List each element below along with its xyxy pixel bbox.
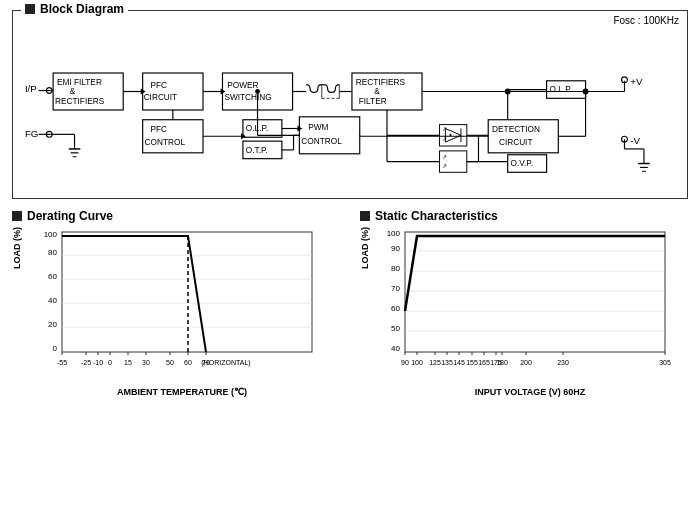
block-diagram-title: Block Diagram bbox=[21, 2, 128, 16]
derating-x-label: AMBIENT TEMPERATURE (℃) bbox=[24, 387, 340, 397]
svg-point-100 bbox=[255, 89, 260, 94]
svg-text:80: 80 bbox=[391, 264, 400, 273]
svg-text:&: & bbox=[70, 87, 76, 96]
svg-text:↗: ↗ bbox=[442, 154, 447, 160]
svg-text:+V: +V bbox=[630, 76, 643, 87]
svg-text:145: 145 bbox=[453, 359, 465, 366]
svg-text:50: 50 bbox=[391, 324, 400, 333]
svg-text:CIRCUIT: CIRCUIT bbox=[144, 93, 178, 102]
svg-text:PFC: PFC bbox=[150, 125, 167, 134]
static-y-label: LOAD (%) bbox=[360, 227, 370, 269]
svg-text:200: 200 bbox=[520, 359, 532, 366]
static-chart-svg: 40 50 60 70 80 90 100 bbox=[372, 227, 688, 382]
svg-text:↗: ↗ bbox=[442, 136, 447, 142]
svg-text:-55: -55 bbox=[57, 359, 67, 366]
derating-curve-section: Derating Curve LOAD (%) 0 20 40 60 80 10… bbox=[12, 209, 340, 397]
static-square bbox=[360, 211, 370, 221]
svg-text:135: 135 bbox=[441, 359, 453, 366]
derating-chart-area: 0 20 40 60 80 100 -55 bbox=[24, 227, 340, 397]
svg-text:↗: ↗ bbox=[442, 163, 447, 169]
static-title: Static Characteristics bbox=[375, 209, 498, 223]
svg-text:70: 70 bbox=[391, 284, 400, 293]
static-chart-area: 40 50 60 70 80 90 100 bbox=[372, 227, 688, 397]
svg-text:-V: -V bbox=[630, 135, 640, 146]
svg-text:FILTER: FILTER bbox=[359, 97, 387, 106]
svg-text:60: 60 bbox=[184, 359, 192, 366]
derating-square bbox=[12, 211, 22, 221]
derating-curve-header: Derating Curve bbox=[12, 209, 340, 223]
title-square bbox=[25, 4, 35, 14]
derating-title: Derating Curve bbox=[27, 209, 113, 223]
svg-text:SWITCHING: SWITCHING bbox=[224, 93, 271, 102]
svg-text:CIRCUIT: CIRCUIT bbox=[499, 138, 533, 147]
svg-text:CONTROL: CONTROL bbox=[301, 137, 342, 146]
svg-text:20: 20 bbox=[48, 320, 57, 329]
svg-text:O.L.P.: O.L.P. bbox=[550, 85, 572, 94]
svg-text:&: & bbox=[374, 87, 380, 96]
svg-text:RECTIFIERS: RECTIFIERS bbox=[55, 97, 105, 106]
svg-rect-104 bbox=[62, 232, 312, 352]
static-x-label: INPUT VOLTAGE (V) 60Hz bbox=[372, 387, 688, 397]
svg-text:40: 40 bbox=[48, 296, 57, 305]
svg-text:60: 60 bbox=[391, 304, 400, 313]
svg-rect-135 bbox=[405, 232, 665, 352]
svg-text:100: 100 bbox=[44, 230, 58, 239]
svg-text:I/P: I/P bbox=[25, 83, 37, 94]
svg-text:PWM: PWM bbox=[308, 123, 328, 132]
svg-text:40: 40 bbox=[391, 344, 400, 353]
svg-text:15: 15 bbox=[124, 359, 132, 366]
svg-text:POWER: POWER bbox=[227, 81, 258, 90]
block-diagram-svg: I/P FG EMI FILTER & RECTIFIERS bbox=[21, 30, 679, 190]
svg-text:↗: ↗ bbox=[442, 126, 447, 132]
svg-text:CONTROL: CONTROL bbox=[145, 138, 186, 147]
svg-text:(HORIZONTAL): (HORIZONTAL) bbox=[201, 359, 250, 367]
svg-line-59 bbox=[445, 128, 461, 135]
svg-text:PFC: PFC bbox=[150, 81, 167, 90]
svg-text:100: 100 bbox=[387, 229, 401, 238]
svg-text:-10: -10 bbox=[93, 359, 103, 366]
svg-text:O.T.P.: O.T.P. bbox=[246, 146, 268, 155]
derating-chart-wrapper: LOAD (%) 0 20 40 60 80 100 bbox=[12, 227, 340, 397]
fosc-label: Fosc : 100KHz bbox=[21, 15, 679, 26]
svg-text:0: 0 bbox=[108, 359, 112, 366]
svg-text:30: 30 bbox=[142, 359, 150, 366]
svg-point-80 bbox=[583, 89, 589, 95]
svg-text:FG: FG bbox=[25, 128, 39, 139]
svg-text:EMI FILTER: EMI FILTER bbox=[57, 78, 102, 87]
svg-text:155: 155 bbox=[466, 359, 478, 366]
svg-text:80: 80 bbox=[48, 248, 57, 257]
svg-rect-16 bbox=[143, 73, 203, 110]
svg-text:90: 90 bbox=[391, 244, 400, 253]
svg-text:RECTIFIERS: RECTIFIERS bbox=[356, 78, 406, 87]
svg-text:305: 305 bbox=[659, 359, 671, 366]
page: Block Diagram Fosc : 100KHz I/P FG bbox=[0, 0, 700, 514]
derating-y-label: LOAD (%) bbox=[12, 227, 22, 269]
svg-text:DETECTION: DETECTION bbox=[492, 125, 540, 134]
derating-chart-svg: 0 20 40 60 80 100 -55 bbox=[24, 227, 340, 382]
svg-text:100: 100 bbox=[411, 359, 423, 366]
static-char-header: Static Characteristics bbox=[360, 209, 688, 223]
svg-text:180: 180 bbox=[496, 359, 508, 366]
block-diagram-svg-container: I/P FG EMI FILTER & RECTIFIERS bbox=[21, 30, 679, 192]
static-char-section: Static Characteristics LOAD (%) 40 50 60… bbox=[360, 209, 688, 397]
svg-text:-25: -25 bbox=[81, 359, 91, 366]
bottom-sections: Derating Curve LOAD (%) 0 20 40 60 80 10… bbox=[12, 209, 688, 397]
svg-text:90: 90 bbox=[401, 359, 409, 366]
block-diagram-section: Block Diagram Fosc : 100KHz I/P FG bbox=[12, 10, 688, 199]
svg-rect-89 bbox=[299, 117, 359, 154]
svg-text:O.V.P.: O.V.P. bbox=[511, 159, 534, 168]
svg-text:165: 165 bbox=[478, 359, 490, 366]
block-diagram-label: Block Diagram bbox=[40, 2, 124, 16]
svg-text:50: 50 bbox=[166, 359, 174, 366]
svg-text:0: 0 bbox=[53, 344, 58, 353]
static-chart-wrapper: LOAD (%) 40 50 60 70 80 90 100 bbox=[360, 227, 688, 397]
svg-text:125: 125 bbox=[429, 359, 441, 366]
svg-text:60: 60 bbox=[48, 272, 57, 281]
svg-text:230: 230 bbox=[557, 359, 569, 366]
